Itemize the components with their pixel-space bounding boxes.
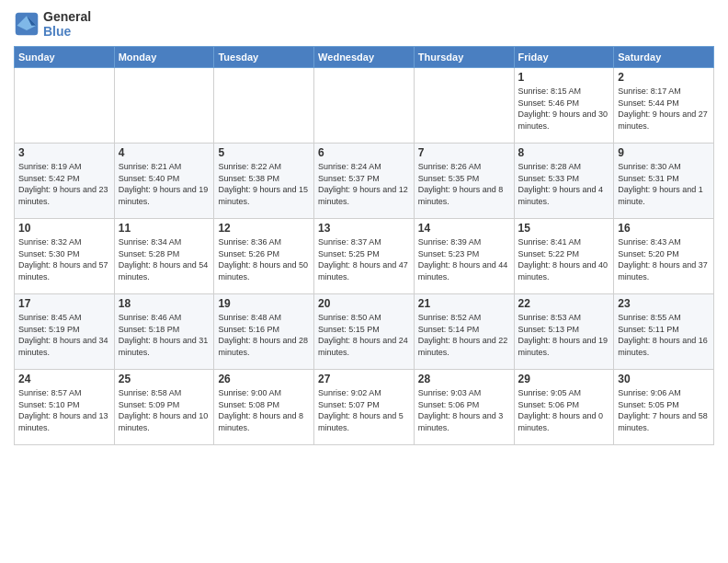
calendar-cell: 2Sunrise: 8:17 AMSunset: 5:44 PMDaylight… [614,68,714,144]
logo: General Blue [14,9,91,39]
day-number: 28 [418,373,510,385]
calendar-cell: 7Sunrise: 8:26 AMSunset: 5:35 PMDaylight… [414,144,514,219]
day-info: Sunrise: 8:34 AMSunset: 5:28 PMDaylight:… [119,236,210,282]
day-info: Sunrise: 9:03 AMSunset: 5:06 PMDaylight:… [418,387,510,433]
day-number: 25 [119,373,210,385]
calendar-cell: 9Sunrise: 8:30 AMSunset: 5:31 PMDaylight… [614,144,714,219]
day-info: Sunrise: 8:15 AMSunset: 5:46 PMDaylight:… [518,86,610,132]
day-info: Sunrise: 8:37 AMSunset: 5:25 PMDaylight:… [318,236,410,282]
page-header: General Blue [14,9,714,39]
day-info: Sunrise: 8:58 AMSunset: 5:09 PMDaylight:… [119,387,210,433]
day-number: 17 [18,297,110,310]
calendar-cell [114,68,214,144]
day-info: Sunrise: 8:30 AMSunset: 5:31 PMDaylight:… [618,161,710,207]
calendar-cell: 12Sunrise: 8:36 AMSunset: 5:26 PMDayligh… [214,219,314,294]
day-of-week-header: Monday [114,47,214,68]
day-number: 6 [318,146,410,159]
day-info: Sunrise: 9:05 AMSunset: 5:06 PMDaylight:… [518,387,610,433]
day-number: 9 [618,146,710,159]
day-number: 26 [218,373,310,385]
day-info: Sunrise: 9:06 AMSunset: 5:05 PMDaylight:… [618,387,710,433]
day-number: 15 [518,222,610,235]
day-number: 19 [218,297,310,310]
calendar-cell: 17Sunrise: 8:45 AMSunset: 5:19 PMDayligh… [15,294,115,370]
day-of-week-header: Sunday [15,47,115,68]
day-number: 29 [518,373,610,385]
day-number: 12 [218,222,310,235]
day-number: 16 [618,222,710,235]
day-number: 2 [618,71,710,84]
calendar-cell [414,68,514,144]
day-of-week-header: Wednesday [314,47,415,68]
day-number: 20 [318,297,410,310]
calendar-cell: 28Sunrise: 9:03 AMSunset: 5:06 PMDayligh… [414,370,514,445]
calendar-cell: 21Sunrise: 8:52 AMSunset: 5:14 PMDayligh… [414,294,514,370]
day-info: Sunrise: 8:17 AMSunset: 5:44 PMDaylight:… [618,86,710,132]
calendar-cell: 1Sunrise: 8:15 AMSunset: 5:46 PMDaylight… [514,68,614,144]
calendar-cell: 26Sunrise: 9:00 AMSunset: 5:08 PMDayligh… [214,370,314,445]
day-info: Sunrise: 8:45 AMSunset: 5:19 PMDaylight:… [18,312,110,358]
day-info: Sunrise: 8:36 AMSunset: 5:26 PMDaylight:… [218,236,310,282]
calendar-cell: 8Sunrise: 8:28 AMSunset: 5:33 PMDaylight… [514,144,614,219]
day-info: Sunrise: 8:50 AMSunset: 5:15 PMDaylight:… [318,312,410,358]
calendar-cell: 27Sunrise: 9:02 AMSunset: 5:07 PMDayligh… [314,370,415,445]
day-info: Sunrise: 8:53 AMSunset: 5:13 PMDaylight:… [518,312,610,358]
calendar-cell: 14Sunrise: 8:39 AMSunset: 5:23 PMDayligh… [414,219,514,294]
day-number: 14 [418,222,510,235]
calendar-cell: 16Sunrise: 8:43 AMSunset: 5:20 PMDayligh… [614,219,714,294]
calendar-cell: 22Sunrise: 8:53 AMSunset: 5:13 PMDayligh… [514,294,614,370]
calendar-cell: 24Sunrise: 8:57 AMSunset: 5:10 PMDayligh… [15,370,115,445]
calendar-cell: 4Sunrise: 8:21 AMSunset: 5:40 PMDaylight… [114,144,214,219]
day-info: Sunrise: 8:39 AMSunset: 5:23 PMDaylight:… [418,236,510,282]
calendar-cell: 19Sunrise: 8:48 AMSunset: 5:16 PMDayligh… [214,294,314,370]
calendar-cell: 25Sunrise: 8:58 AMSunset: 5:09 PMDayligh… [114,370,214,445]
day-info: Sunrise: 8:46 AMSunset: 5:18 PMDaylight:… [119,312,210,358]
day-info: Sunrise: 8:26 AMSunset: 5:35 PMDaylight:… [418,161,510,207]
day-number: 8 [518,146,610,159]
day-info: Sunrise: 9:02 AMSunset: 5:07 PMDaylight:… [318,387,410,433]
calendar-cell: 10Sunrise: 8:32 AMSunset: 5:30 PMDayligh… [15,219,115,294]
calendar-cell: 18Sunrise: 8:46 AMSunset: 5:18 PMDayligh… [114,294,214,370]
day-info: Sunrise: 8:55 AMSunset: 5:11 PMDaylight:… [618,312,710,358]
calendar-cell: 6Sunrise: 8:24 AMSunset: 5:37 PMDaylight… [314,144,415,219]
day-info: Sunrise: 8:48 AMSunset: 5:16 PMDaylight:… [218,312,310,358]
calendar-cell [214,68,314,144]
day-number: 22 [518,297,610,310]
calendar-cell: 23Sunrise: 8:55 AMSunset: 5:11 PMDayligh… [614,294,714,370]
day-number: 23 [618,297,710,310]
calendar-cell: 15Sunrise: 8:41 AMSunset: 5:22 PMDayligh… [514,219,614,294]
day-of-week-header: Saturday [614,47,714,68]
calendar-cell: 30Sunrise: 9:06 AMSunset: 5:05 PMDayligh… [614,370,714,445]
day-info: Sunrise: 8:28 AMSunset: 5:33 PMDaylight:… [518,161,610,207]
calendar-cell: 20Sunrise: 8:50 AMSunset: 5:15 PMDayligh… [314,294,415,370]
day-info: Sunrise: 8:21 AMSunset: 5:40 PMDaylight:… [119,161,210,207]
day-number: 1 [518,71,610,84]
logo-icon [14,11,40,37]
day-number: 11 [119,222,210,235]
day-number: 21 [418,297,510,310]
day-info: Sunrise: 8:43 AMSunset: 5:20 PMDaylight:… [618,236,710,282]
day-info: Sunrise: 9:00 AMSunset: 5:08 PMDaylight:… [218,387,310,433]
day-number: 18 [119,297,210,310]
logo-text: General Blue [43,9,91,39]
day-number: 13 [318,222,410,235]
day-info: Sunrise: 8:24 AMSunset: 5:37 PMDaylight:… [318,161,410,207]
calendar-cell [314,68,415,144]
calendar-cell: 13Sunrise: 8:37 AMSunset: 5:25 PMDayligh… [314,219,415,294]
day-number: 4 [119,146,210,159]
day-of-week-header: Thursday [414,47,514,68]
calendar-cell: 11Sunrise: 8:34 AMSunset: 5:28 PMDayligh… [114,219,214,294]
calendar-cell: 5Sunrise: 8:22 AMSunset: 5:38 PMDaylight… [214,144,314,219]
day-info: Sunrise: 8:19 AMSunset: 5:42 PMDaylight:… [18,161,110,207]
day-number: 5 [218,146,310,159]
calendar-cell: 3Sunrise: 8:19 AMSunset: 5:42 PMDaylight… [15,144,115,219]
day-number: 30 [618,373,710,385]
calendar: SundayMondayTuesdayWednesdayThursdayFrid… [14,46,714,445]
day-number: 10 [18,222,110,235]
day-info: Sunrise: 8:41 AMSunset: 5:22 PMDaylight:… [518,236,610,282]
day-of-week-header: Friday [514,47,614,68]
day-number: 7 [418,146,510,159]
day-info: Sunrise: 8:32 AMSunset: 5:30 PMDaylight:… [18,236,110,282]
day-number: 27 [318,373,410,385]
day-info: Sunrise: 8:22 AMSunset: 5:38 PMDaylight:… [218,161,310,207]
